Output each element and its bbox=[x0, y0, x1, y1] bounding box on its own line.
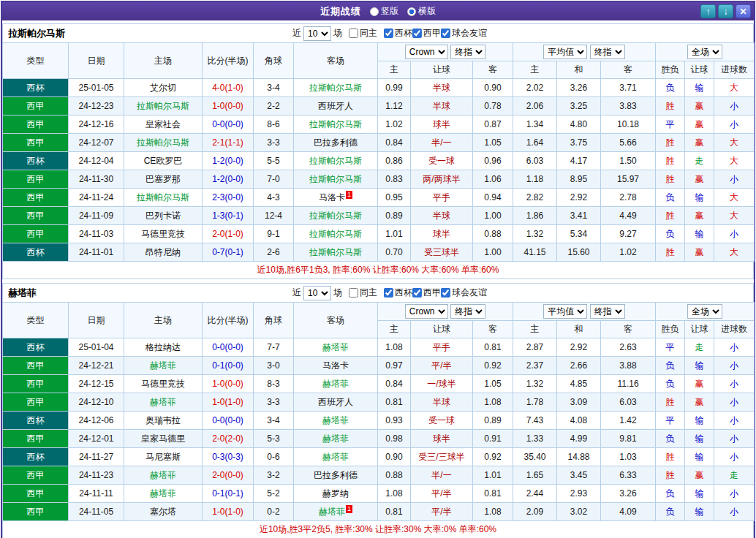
home-team-cell: 马尼塞斯 bbox=[124, 448, 203, 466]
team-link[interactable]: 昂特尼纳 bbox=[145, 247, 181, 257]
team-link[interactable]: 马德里竞技 bbox=[141, 379, 185, 389]
same-home-option[interactable]: 同主 bbox=[349, 287, 377, 299]
horizontal-radio[interactable] bbox=[407, 7, 416, 16]
team-link[interactable]: 拉斯帕尔马斯 bbox=[309, 83, 362, 93]
same-home-checkbox[interactable] bbox=[349, 288, 358, 298]
team-link[interactable]: 马洛卡 bbox=[319, 192, 345, 202]
crown-away-odds: 1.05 bbox=[473, 375, 513, 393]
avg-home-odds: 2.37 bbox=[513, 357, 557, 375]
average-stage-select[interactable]: 终指 bbox=[590, 304, 625, 319]
average-select[interactable]: 平均值 bbox=[543, 45, 587, 59]
score-cell: 2-3(0-0) bbox=[203, 189, 254, 207]
team-section-las-palmas: 拉斯帕尔马斯 近 10 场 同主 西杯 西甲 球会友谊 类型 日期 主场 比分(… bbox=[2, 23, 754, 279]
team-link[interactable]: 赫塔菲 bbox=[322, 452, 349, 462]
result-goals: 小 bbox=[714, 338, 755, 357]
filter-cup-checkbox[interactable] bbox=[384, 29, 393, 38]
same-home-checkbox[interactable] bbox=[349, 29, 358, 38]
average-stage-select[interactable]: 终指 bbox=[590, 45, 625, 59]
filter-friendly-option[interactable]: 球会友谊 bbox=[441, 287, 487, 299]
team-link[interactable]: 西班牙人 bbox=[318, 101, 353, 111]
match-count-select[interactable]: 10 bbox=[303, 286, 331, 300]
crown-handicap: 平手 bbox=[411, 338, 473, 357]
team-link[interactable]: 拉斯帕尔马斯 bbox=[309, 247, 362, 257]
team-link[interactable]: 赫塔菲 bbox=[322, 342, 349, 352]
team-link[interactable]: 皇家马德里 bbox=[141, 433, 185, 444]
avg-draw-odds: 4.08 bbox=[557, 412, 601, 430]
move-up-button[interactable]: ↑ bbox=[700, 4, 716, 18]
team-link[interactable]: CE欧罗巴 bbox=[144, 156, 183, 166]
team-link[interactable]: 赫塔菲 bbox=[150, 488, 176, 499]
team-link[interactable]: 拉斯帕尔马斯 bbox=[309, 156, 362, 166]
team-link[interactable]: 巴塞罗那 bbox=[145, 174, 181, 184]
match-row: 西甲24-12-23拉斯帕尔马斯1-0(0-0)2-2西班牙人1.12半球0.7… bbox=[3, 97, 755, 115]
team-link[interactable]: 巴拉多利德 bbox=[314, 470, 358, 480]
matches-label: 场 bbox=[333, 27, 342, 39]
col-avg-home: 主 bbox=[513, 61, 557, 79]
match-date: 24-12-16 bbox=[69, 115, 124, 134]
bookmaker-select[interactable]: Crown bbox=[405, 45, 448, 59]
fulltime-select[interactable]: 全场 bbox=[687, 304, 722, 319]
team-link[interactable]: 奥瑞韦拉 bbox=[145, 415, 181, 425]
team-link[interactable]: 拉斯帕尔马斯 bbox=[309, 119, 362, 129]
filter-friendly-option[interactable]: 球会友谊 bbox=[441, 27, 487, 39]
filter-liga-checkbox[interactable] bbox=[412, 288, 422, 298]
vertical-radio[interactable] bbox=[370, 7, 379, 16]
move-down-button[interactable]: ↓ bbox=[718, 4, 733, 18]
team-link[interactable]: 西班牙人 bbox=[318, 397, 353, 407]
team-link[interactable]: 赫塔菲 bbox=[322, 433, 349, 444]
filter-liga-option[interactable]: 西甲 bbox=[412, 287, 441, 299]
close-button[interactable]: ✕ bbox=[736, 4, 751, 18]
team-link[interactable]: 塞尔塔 bbox=[150, 507, 176, 517]
layout-horizontal-option[interactable]: 横版 bbox=[407, 5, 436, 18]
team-link[interactable]: 拉斯帕尔马斯 bbox=[137, 192, 189, 202]
odds-stage-select[interactable]: 终指 bbox=[450, 304, 485, 319]
avg-draw-odds: 3.26 bbox=[557, 79, 601, 97]
league-type-badge: 西甲 bbox=[3, 207, 69, 225]
col-wdl: 胜负 bbox=[656, 61, 685, 79]
odds-stage-select[interactable]: 终指 bbox=[450, 45, 485, 59]
layout-vertical-option[interactable]: 竖版 bbox=[370, 5, 398, 18]
filter-cup-option[interactable]: 西杯 bbox=[384, 287, 412, 299]
team-link[interactable]: 赫塔菲 bbox=[150, 397, 176, 407]
filter-cup-checkbox[interactable] bbox=[384, 288, 393, 298]
team-link[interactable]: 马洛卡 bbox=[322, 360, 349, 371]
team-link[interactable]: 赫塔菲 bbox=[150, 360, 176, 371]
same-home-option[interactable]: 同主 bbox=[349, 27, 377, 39]
filter-liga-option[interactable]: 西甲 bbox=[412, 27, 441, 39]
league-type-badge: 西杯 bbox=[3, 243, 69, 262]
team-link[interactable]: 艾尔切 bbox=[150, 83, 176, 93]
team-link[interactable]: 赫塔菲 bbox=[322, 415, 349, 425]
team-link[interactable]: 拉斯帕尔马斯 bbox=[137, 137, 189, 148]
team-link[interactable]: 赫罗纳 bbox=[322, 488, 349, 499]
bookmaker-select[interactable]: Crown bbox=[405, 304, 448, 319]
average-select[interactable]: 平均值 bbox=[543, 304, 587, 319]
team-link[interactable]: 格拉纳达 bbox=[145, 342, 181, 352]
team-link[interactable]: 马德里竞技 bbox=[141, 229, 185, 239]
league-type-badge: 西杯 bbox=[3, 448, 69, 466]
team-link[interactable]: 皇家社会 bbox=[145, 119, 181, 129]
team-link[interactable]: 拉斯帕尔马斯 bbox=[309, 229, 362, 239]
team-link[interactable]: 巴列卡诺 bbox=[145, 211, 181, 221]
team-link[interactable]: 巴拉多利德 bbox=[314, 137, 358, 148]
home-team-cell: 拉斯帕尔马斯 bbox=[124, 189, 203, 207]
filter-liga-checkbox[interactable] bbox=[412, 29, 422, 38]
result-wdl: 负 bbox=[656, 485, 685, 503]
fulltime-select[interactable]: 全场 bbox=[687, 45, 722, 59]
team-link[interactable]: 赫塔菲 bbox=[150, 470, 176, 480]
col-avg-home: 主 bbox=[513, 321, 557, 338]
team-link[interactable]: 拉斯帕尔马斯 bbox=[137, 101, 189, 111]
team-title: 拉斯帕尔马斯 bbox=[8, 27, 65, 40]
avg-draw-odds: 14.88 bbox=[557, 448, 601, 466]
filter-friendly-checkbox[interactable] bbox=[441, 29, 450, 38]
filter-friendly-checkbox[interactable] bbox=[441, 288, 450, 298]
team-link[interactable]: 拉斯帕尔马斯 bbox=[309, 211, 362, 221]
team-link[interactable]: 拉斯帕尔马斯 bbox=[309, 174, 362, 184]
team-link[interactable]: 赫塔菲 bbox=[322, 379, 349, 389]
team-link[interactable]: 赫塔菲 bbox=[319, 507, 345, 517]
crown-away-odds: 0.88 bbox=[473, 225, 513, 243]
filter-cup-option[interactable]: 西杯 bbox=[384, 27, 412, 39]
team-link[interactable]: 马尼塞斯 bbox=[145, 452, 181, 462]
match-count-select[interactable]: 10 bbox=[303, 26, 331, 41]
corners-cell: 0-6 bbox=[254, 448, 294, 466]
home-team-cell: 皇家社会 bbox=[124, 115, 203, 134]
